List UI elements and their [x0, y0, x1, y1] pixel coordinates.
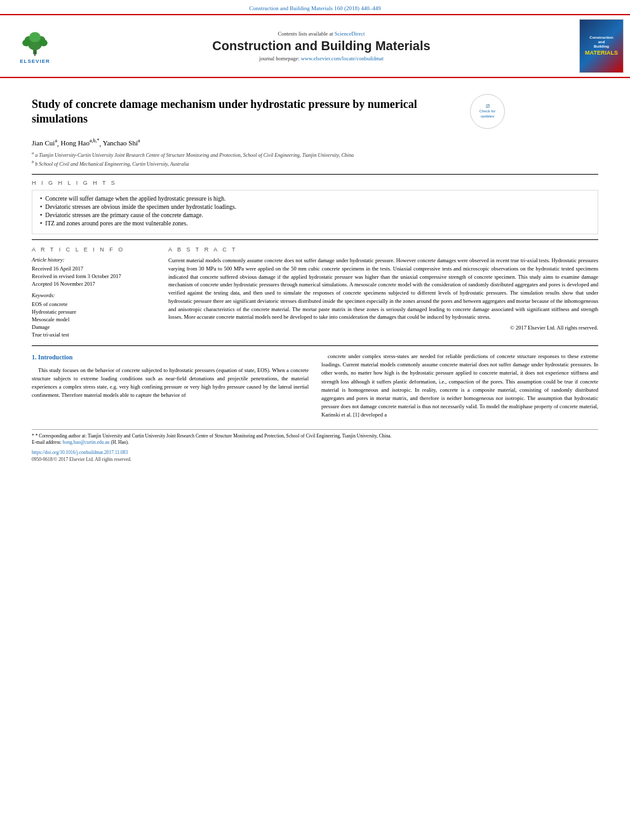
abstract-text: Current material models commonly assume … — [168, 257, 598, 321]
body-left-col: 1. Introduction This study focuses on th… — [32, 352, 309, 419]
body-left-paragraph: This study focuses on the behavior of co… — [32, 366, 309, 400]
authors-line: Jian Cuia, Hong Haoa,b,*, Yanchao Shia — [32, 138, 598, 147]
revised-date: Received in revised form 3 October 2017 — [32, 273, 159, 279]
journal-homepage: journal homepage: www.elsevier.com/locat… — [70, 55, 573, 62]
article-history-title: Article history: — [32, 257, 159, 263]
svg-point-5 — [22, 39, 30, 46]
affiliations: a a Tianjin University-Curtin University… — [32, 150, 598, 168]
highlights-box: • Concrete will suffer damage when the a… — [32, 190, 598, 234]
keyword-2: Hydrostatic pressure — [32, 309, 159, 315]
article-info-column: A R T I C L E I N F O Article history: R… — [32, 246, 159, 339]
journal-main-title: Construction and Building Materials — [70, 39, 573, 53]
copyright-line: 0950-0618/© 2017 Elsevier Ltd. All right… — [32, 457, 598, 462]
science-direct-link[interactable]: ScienceDirect — [335, 30, 365, 37]
keyword-5: True tri-axial test — [32, 331, 159, 338]
body-right-col: concrete under complex stress-states are… — [321, 352, 598, 419]
footnote-star-text: * * Corresponding author at: Tianjin Uni… — [32, 433, 598, 440]
abstract-title: A B S T R A C T — [168, 246, 598, 253]
article-info-abstract-section: A R T I C L E I N F O Article history: R… — [32, 246, 598, 339]
bullet-4: • — [40, 220, 42, 227]
highlight-item-4: • ITZ and zones around pores are the mos… — [40, 220, 590, 227]
keyword-3: Mesoscale model — [32, 316, 159, 323]
page: Construction and Building Materials 160 … — [0, 0, 630, 840]
affiliation-b: b b School of Civil and Mechanical Engin… — [32, 159, 598, 168]
doi-link[interactable]: https://doi.org/10.1016/j.conbuildmat.20… — [32, 450, 128, 455]
body-right-paragraph: concrete under complex stress-states are… — [321, 352, 598, 419]
cover-materials-label: MATERIALS — [585, 50, 618, 57]
section-1-heading: 1. Introduction — [32, 352, 309, 363]
abstract-rights: © 2017 Elsevier Ltd. All rights reserved… — [168, 324, 598, 331]
svg-point-6 — [39, 39, 48, 46]
highlight-item-1: • Concrete will suffer damage when the a… — [40, 196, 590, 202]
highlights-title: H I G H L I G H T S — [32, 180, 598, 186]
footnote-section: * * Corresponding author at: Tianjin Uni… — [32, 429, 598, 446]
journal-reference-text: Construction and Building Materials 160 … — [249, 5, 380, 11]
journal-cover-image: ConstructionandBuilding MATERIALS — [579, 19, 624, 73]
cover-title: ConstructionandBuilding — [589, 36, 613, 50]
article-title: Study of concrete damage mechanism under… — [32, 97, 464, 127]
affiliation-a: a a Tianjin University-Curtin University… — [32, 150, 598, 159]
highlight-item-2: • Deviatoric stresses are obvious inside… — [40, 204, 590, 210]
svg-point-4 — [29, 32, 41, 42]
article-content: Study of concrete damage mechanism under… — [0, 78, 630, 426]
journal-reference-line: Construction and Building Materials 160 … — [0, 0, 630, 14]
journal-title-center: Contents lists available at ScienceDirec… — [64, 30, 579, 62]
check-updates-badge: 🔄 Check for updates — [470, 94, 505, 129]
article-info-title: A R T I C L E I N F O — [32, 246, 159, 253]
bullet-2: • — [40, 204, 42, 210]
svg-rect-7 — [34, 53, 36, 56]
bullet-3: • — [40, 212, 42, 218]
elsevier-tree-icon — [16, 29, 54, 57]
keywords-title: Keywords: — [32, 292, 159, 298]
divider-2 — [32, 239, 598, 240]
divider-1 — [32, 174, 598, 175]
article-footer: * * Corresponding author at: Tianjin Uni… — [0, 429, 630, 462]
keyword-4: Damage — [32, 324, 159, 330]
elsevier-name: ELSEVIER — [20, 58, 50, 64]
author-jian-cui: Jian Cuia — [32, 139, 57, 147]
author-hong-hao: Hong Haoa,b,* — [60, 139, 99, 147]
highlights-section: H I G H L I G H T S • Concrete will suff… — [32, 180, 598, 234]
footnote-email-link[interactable]: hong.hao@curtin.edu.au — [63, 439, 110, 445]
bullet-1: • — [40, 196, 42, 202]
author-yanchao-shi: Yanchao Shia — [103, 139, 140, 147]
check-updates-text: Check for updates — [479, 109, 496, 117]
section-1-body: 1. Introduction This study focuses on th… — [32, 352, 598, 419]
divider-3 — [32, 345, 598, 346]
footnote-corresponding: * Corresponding author at: Tianjin Unive… — [36, 433, 392, 439]
received-date: Received 16 April 2017 — [32, 265, 159, 272]
keyword-1: EOS of concrete — [32, 301, 159, 307]
journal-homepage-link[interactable]: www.elsevier.com/locate/conbuildmat — [301, 55, 384, 62]
footnote-email-line: E-mail address: hong.hao@curtin.edu.au (… — [32, 439, 598, 446]
contents-line: Contents lists available at ScienceDirec… — [70, 30, 573, 37]
accepted-date: Accepted 16 November 2017 — [32, 281, 159, 287]
doi-line: https://doi.org/10.1016/j.conbuildmat.20… — [32, 450, 598, 455]
journal-header: ELSEVIER Contents lists available at Sci… — [0, 14, 630, 78]
elsevier-logo: ELSEVIER — [6, 29, 64, 64]
highlight-item-3: • Deviatoric stresses are the primary ca… — [40, 212, 590, 218]
abstract-column: A B S T R A C T Current material models … — [168, 246, 598, 339]
